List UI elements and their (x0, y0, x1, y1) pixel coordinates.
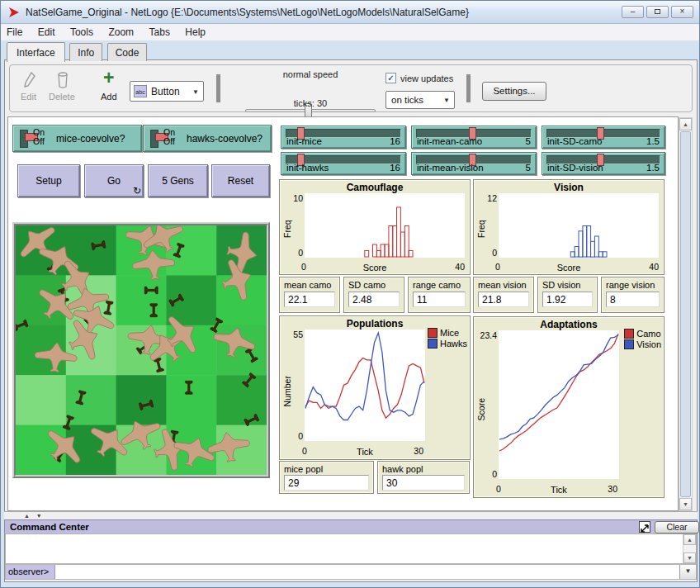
slider-label: init-SD-vision (547, 163, 603, 173)
expand-arrows-icon (640, 524, 650, 533)
menu-edit[interactable]: Edit (32, 24, 61, 38)
plot-area (305, 193, 465, 258)
slider-label: init-mice (286, 136, 322, 146)
tab-info[interactable]: Info (69, 43, 102, 61)
plot-adaptations: Adaptations 23.4 Score 0 0 Tick 30 CamoV… (473, 316, 665, 498)
command-center-output[interactable]: ▲ ▼ (5, 533, 697, 564)
monitor-value: 22.1 (284, 292, 335, 307)
menu-tabs[interactable]: Tabs (144, 24, 176, 38)
settings-button[interactable]: Settings... (482, 82, 546, 101)
slider-value: 5 (526, 163, 531, 173)
y-axis-label: Score (476, 398, 486, 420)
tab-strip: Interface Info Code (7, 41, 148, 59)
menu-help[interactable]: Help (179, 24, 211, 38)
x-max-label: 30 (414, 446, 423, 456)
scroll-down-button[interactable]: ▼ (679, 498, 692, 510)
legend-swatch (428, 339, 438, 349)
toolbar-separator (466, 74, 471, 102)
monitor-label: range vision (606, 280, 655, 290)
tab-interface[interactable]: Interface (7, 42, 65, 62)
switch-off-label: Off (163, 136, 175, 146)
switch-label: hawks-coevolve? (187, 133, 262, 145)
slider-label: init-SD-camo (547, 136, 602, 146)
scroll-up-icon: ▲ (683, 121, 688, 127)
minimize-button[interactable]: – (622, 6, 644, 18)
observer-prompt[interactable]: observer> (6, 565, 55, 579)
widget-type-dropdown[interactable]: abc Button ▼ (130, 81, 204, 102)
plot-title: Vision (474, 182, 664, 193)
detach-command-center-button[interactable] (639, 521, 650, 533)
slider-init-hawks[interactable]: init-hawks 16 (281, 152, 406, 175)
reset-button[interactable]: Reset (211, 164, 270, 197)
forever-icon: ↻ (133, 185, 141, 197)
slider-init-mean-vision[interactable]: init-mean-vision 5 (411, 152, 537, 175)
setup-button[interactable]: Setup (17, 164, 80, 197)
tab-code[interactable]: Code (107, 43, 148, 61)
interface-scrollbar[interactable]: ▲ ▼ (679, 117, 693, 511)
update-mode-dropdown[interactable]: on ticks ▼ (385, 91, 455, 109)
monitor-value: 1.92 (542, 292, 593, 307)
add-button[interactable]: Add (101, 92, 117, 102)
five-gens-button[interactable]: 5 Gens (148, 164, 208, 197)
delete-button: Delete (49, 92, 75, 102)
go-button[interactable]: Go ↻ (84, 164, 144, 197)
slider-value: 1.5 (646, 136, 660, 146)
plot-camouflage: Camouflage 10 Freq 0 0 Score 40 (279, 179, 471, 275)
x-axis-label: Score (280, 263, 470, 273)
switch-mice-coevolve[interactable]: On Off mice-coevolve? (12, 125, 142, 152)
monitor-value: 29 (284, 475, 369, 491)
plot-populations: Populations 55 Number 0 0 Tick 30 MiceHa… (279, 315, 471, 460)
button-label: Reset (228, 175, 253, 187)
monitor-label: range camo (413, 280, 461, 290)
legend-item: Hawks (428, 339, 467, 349)
slider-init-mice[interactable]: init-mice 16 (281, 126, 406, 149)
menu-file[interactable]: File (1, 24, 28, 38)
close-icon: × (680, 7, 685, 16)
slider-label: init-hawks (286, 163, 329, 173)
interface-toolbar: Edit Delete + Add abc Button ▼ normal sp… (9, 64, 693, 112)
menu-tools[interactable]: Tools (64, 24, 99, 38)
slider-value: 16 (390, 136, 400, 146)
world-view[interactable] (12, 222, 270, 478)
legend-item: Camo (624, 329, 661, 339)
y-min-label: 0 (281, 248, 303, 258)
scroll-up-button[interactable]: ▲ (679, 118, 692, 130)
netlogo-window: NatSelGame_Original - NetLogo {E:\Docume… (0, 0, 700, 588)
scroll-up-button[interactable]: ▲ (683, 534, 696, 545)
scrollbar-thumb[interactable] (680, 131, 691, 497)
legend-label: Mice (440, 328, 459, 338)
scroll-up-icon: ▲ (687, 537, 693, 543)
view-updates-checkbox[interactable]: ✓ (385, 73, 396, 83)
slider-init-sd-camo[interactable]: init-SD-camo 1.5 (542, 126, 665, 149)
plot-legend: CamoVision (624, 329, 661, 350)
maximize-button[interactable] (646, 6, 669, 18)
slider-init-mean-camo[interactable]: init-mean-camo 5 (411, 126, 537, 149)
scroll-down-button[interactable]: ▼ (683, 552, 696, 563)
slider-init-sd-vision[interactable]: init-SD-vision 1.5 (542, 152, 665, 175)
title-bar: NatSelGame_Original - NetLogo {E:\Docume… (1, 1, 699, 24)
close-button[interactable]: × (671, 6, 693, 18)
add-plus-icon: + (103, 67, 114, 89)
monitor-sd-vision: SD vision 1.92 (537, 277, 598, 313)
command-input[interactable] (56, 565, 679, 579)
command-center-splitter[interactable]: ▲ ▼ (4, 511, 698, 519)
monitor-label: SD camo (348, 280, 385, 290)
output-scrollbar[interactable]: ▲ ▼ (683, 534, 696, 563)
clear-button[interactable]: Clear (655, 521, 699, 533)
view-updates-label: view updates (400, 74, 453, 83)
legend-item: Mice (428, 328, 467, 338)
speed-slider[interactable] (245, 109, 376, 112)
y-axis-label: Freq (282, 220, 292, 238)
slider-value: 1.5 (646, 163, 660, 173)
y-axis-label: Freq (476, 220, 486, 238)
switch-hawks-coevolve[interactable]: On Off hawks-coevolve? (143, 125, 272, 152)
update-mode-value: on ticks (391, 95, 423, 105)
window-title: NatSelGame_Original - NetLogo {E:\Docume… (26, 7, 469, 18)
netlogo-logo-icon (8, 6, 21, 19)
splitter-arrows-icon[interactable]: ▲ ▼ (24, 513, 45, 519)
menu-zoom[interactable]: Zoom (102, 24, 140, 38)
monitor-hawk-popl: hawk popl 30 (377, 461, 470, 494)
agent-type-dropdown-button[interactable]: ▼ (679, 565, 696, 579)
legend-label: Hawks (440, 339, 467, 349)
monitor-label: mean camo (284, 280, 331, 290)
